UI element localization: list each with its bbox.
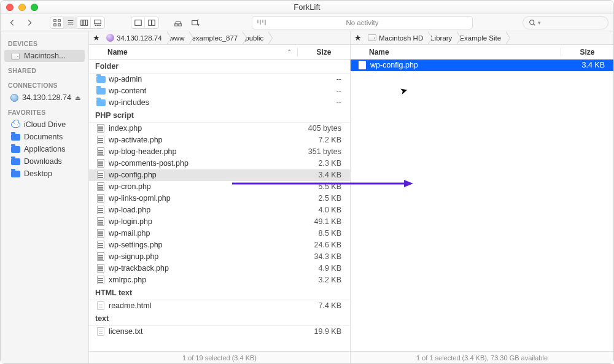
file-row[interactable]: wp-config.php3.4 KB [89,169,350,181]
file-size: 405 bytes [292,124,344,133]
file-name: wp-activate.php [109,136,292,144]
column-name-header[interactable]: Name [351,48,561,56]
file-row[interactable]: wp-comments-post.php2.3 KB [89,158,350,169]
folder-icon [95,88,106,95]
close-window-button[interactable] [6,4,14,11]
file-group-heading: HTML text [89,286,350,300]
file-row[interactable]: wp-blog-header.php351 bytes [89,146,350,158]
file-row[interactable]: wp-signup.php34.3 KB [89,251,350,263]
file-row[interactable]: wp-cron.php5.5 KB [89,181,350,193]
left-status-bar: 1 of 19 selected (3.4 KB) [89,351,350,363]
path-crumb[interactable]: 34.130.128.74 [104,31,167,45]
single-pane-button[interactable] [131,17,145,29]
php-file-icon [95,124,106,133]
file-row[interactable]: wp-config.php3.4 KB [351,60,613,71]
file-row[interactable]: wp-load.php4.0 KB [89,204,350,216]
window: ForkLift No activity ▾ [0,0,614,364]
forward-button[interactable] [23,17,36,29]
file-name: wp-trackback.php [109,264,292,273]
file-name: wp-includes [109,98,292,107]
file-row[interactable]: license.txt19.9 KB [89,326,350,338]
column-name-header[interactable]: Name˄ [89,48,298,56]
activity-bar[interactable]: No activity [252,16,473,29]
php-file-icon [95,206,106,214]
php-file-icon [95,194,106,203]
crumb-label: examplec_877 [192,34,238,42]
file-name: wp-login.php [109,217,292,226]
file-row[interactable]: wp-admin-- [89,74,350,85]
php-file-icon [95,159,106,168]
right-column-headers: Name Size [351,45,613,60]
file-name: wp-links-opml.php [109,194,292,203]
sidebar-item[interactable]: Applications [4,143,85,155]
svg-rect-1 [58,19,60,21]
crumb-label: public [245,34,263,42]
file-row[interactable]: wp-includes-- [89,97,350,109]
sidebar-item[interactable]: iCloud Drive [4,118,85,131]
favorite-star-icon[interactable]: ★ [89,33,104,42]
view-icons-button[interactable] [50,17,64,29]
sidebar-item[interactable]: Downloads [4,155,85,168]
file-row[interactable]: index.php405 bytes [89,123,350,134]
sidebar-item[interactable]: Documents [4,131,85,143]
file-row[interactable]: xmlrpc.php3.2 KB [89,274,350,286]
view-gallery-button[interactable] [91,17,104,29]
activity-label: No activity [346,19,378,26]
folder-icon [10,170,20,177]
left-file-list[interactable]: Folderwp-admin--wp-content--wp-includes-… [89,60,350,351]
pane-layout-segment [131,17,159,29]
file-size: 8.5 KB [292,229,344,238]
svg-point-14 [530,20,534,24]
folder-icon [10,158,20,165]
file-row[interactable]: wp-links-opml.php2.5 KB [89,193,350,204]
file-row[interactable]: wp-activate.php7.2 KB [89,134,350,146]
php-file-icon [95,252,106,261]
hdd-icon [10,52,20,60]
path-crumb[interactable]: Example Site [457,31,506,45]
file-size: -- [292,98,344,107]
column-size-header[interactable]: Size [561,48,613,56]
php-file-icon [95,264,106,273]
file-size: 7.2 KB [292,136,344,144]
svg-rect-9 [149,20,152,25]
view-columns-button[interactable] [77,17,91,29]
path-crumb[interactable]: examplec_877 [189,31,243,45]
crumb-label: 34.130.128.74 [117,34,162,42]
file-row[interactable]: wp-mail.php8.5 KB [89,228,350,239]
php-file-icon [95,182,106,191]
file-row[interactable]: wp-login.php49.1 KB [89,216,350,228]
file-name: wp-settings.php [109,241,292,249]
favorite-star-icon[interactable]: ★ [351,33,365,42]
view-list-button[interactable] [64,17,77,29]
back-button[interactable] [6,17,19,29]
cloud-icon [10,121,20,128]
dual-pane-button[interactable] [145,17,158,29]
sidebar-item[interactable]: 34.130.128.74⏏ [4,91,85,104]
zoom-window-button[interactable] [31,4,38,11]
traffic-lights [6,4,38,11]
file-row[interactable]: wp-trackback.php4.9 KB [89,263,350,274]
file-row[interactable]: readme.html7.4 KB [89,300,350,312]
file-row[interactable]: wp-content-- [89,85,350,97]
file-size: 24.6 KB [292,241,344,249]
toolbar: No activity ▾ [1,14,613,31]
svg-rect-8 [134,20,141,25]
search-field[interactable]: ▾ [523,16,608,29]
crumb-label: Library [430,34,452,42]
sidebar-item[interactable]: Macintosh... [4,50,85,62]
sync-button[interactable] [171,17,185,29]
path-crumb[interactable]: Macintosh HD [365,31,428,45]
svg-rect-0 [53,19,56,21]
new-connection-button[interactable] [188,17,202,29]
crumb-label: www [169,34,185,42]
minimize-window-button[interactable] [18,4,26,11]
file-row[interactable]: wp-settings.php24.6 KB [89,239,350,251]
sidebar-heading: SHARED [1,62,88,77]
file-size: 3.4 KB [555,61,607,69]
right-status-bar: 1 of 1 selected (3.4 KB), 73.30 GB avail… [351,351,613,363]
path-crumb[interactable]: Library [428,31,457,45]
right-file-list[interactable]: wp-config.php3.4 KB [351,60,613,351]
eject-icon[interactable]: ⏏ [75,95,80,101]
column-size-header[interactable]: Size [298,48,350,56]
sidebar-item[interactable]: Desktop [4,168,85,180]
